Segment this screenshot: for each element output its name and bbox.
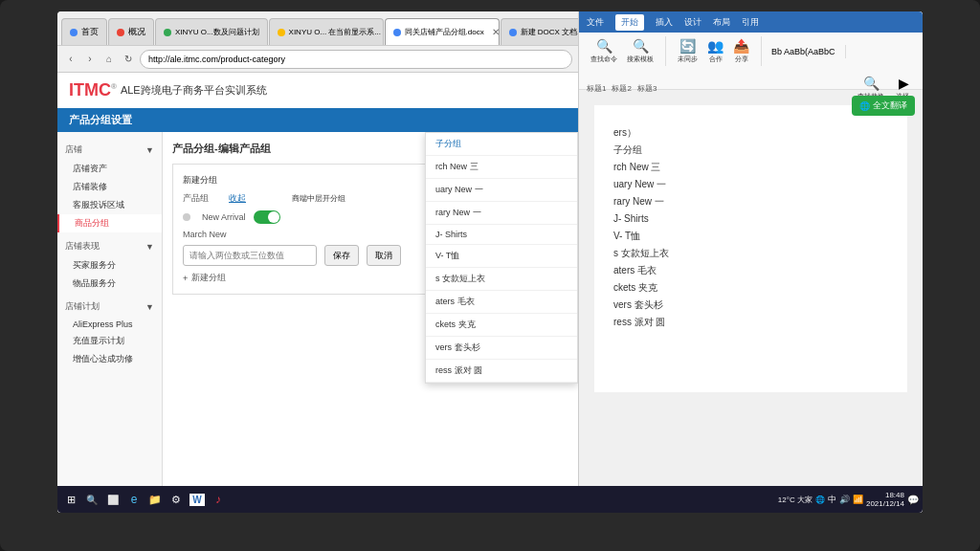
tab-close-icon[interactable]: ✕ <box>492 27 500 37</box>
explorer-btn[interactable]: 📁 <box>145 490 165 509</box>
word-line-1: 子分组 <box>613 142 888 159</box>
search-template-btn[interactable]: 🔍 搜索模板 <box>623 36 657 66</box>
winamp-btn[interactable]: ♪ <box>209 490 228 509</box>
tab-home[interactable]: 首页 <box>61 18 107 45</box>
address-input[interactable] <box>140 50 572 69</box>
sidebar-item-complaints[interactable]: 客服投诉区域 <box>57 196 162 214</box>
word-tab-layout[interactable]: 布局 <box>713 16 730 29</box>
word-tab-insert[interactable]: 插入 <box>656 16 673 29</box>
search-taskbar-btn[interactable]: 🔍 <box>82 490 101 509</box>
notification-btn[interactable]: 💬 <box>907 495 919 505</box>
cancel-button[interactable]: 取消 <box>367 245 401 266</box>
sidebar-section-plan: 店铺计划 ▼ AliExpress Plus 充值显示计划 <box>57 297 162 368</box>
taskbar-lang[interactable]: 中 <box>828 494 836 506</box>
word-taskbar-btn[interactable]: W <box>188 490 207 509</box>
heading2-label: 标题2 <box>612 83 631 94</box>
word-line-10: vers 套头杉 <box>613 297 888 314</box>
forward-btn[interactable]: › <box>82 52 98 67</box>
select-icon: ▶ <box>899 76 909 91</box>
sync-btn[interactable]: 🔄 未同步 <box>674 36 702 66</box>
heading3-label: 标题3 <box>637 83 657 94</box>
tab-xinyu1[interactable]: XINYU O...数及问题计划 <box>155 18 268 45</box>
page-wrapper: ITMC® ALE跨境电子商务平台实训系统 产品分组设置 <box>57 73 578 513</box>
settings-btn[interactable]: ⚙ <box>167 490 186 509</box>
word-line-0: ers） <box>613 124 888 142</box>
find-replace-icon: 🔍 <box>863 76 880 91</box>
dropdown-item-0[interactable]: 子分组 <box>426 133 577 156</box>
sidebar-item-assets[interactable]: 店铺资产 <box>57 160 162 178</box>
taskbar-right: 12°C 大家 🌐 中 🔊 📶 18:48 2021/12/14 💬 <box>778 491 919 508</box>
word-line-9: ckets 夹克 <box>613 279 888 297</box>
word-tab-file[interactable]: 文件 <box>587 16 604 29</box>
word-tab-ref[interactable]: 引用 <box>742 16 759 29</box>
taskbar-clock[interactable]: 18:48 2021/12/14 <box>866 491 904 508</box>
sidebar-section-plan-header: 店铺计划 ▼ <box>57 297 162 317</box>
dropdown-item-2[interactable]: uary New 一 <box>426 179 577 202</box>
dropdown-item-5[interactable]: V- T恤 <box>426 245 577 268</box>
word-tab-design[interactable]: 设计 <box>684 16 702 29</box>
sidebar-section-shop-header: 店铺 ▼ <box>57 140 162 160</box>
dropdown-item-8[interactable]: ckets 夹克 <box>426 314 577 337</box>
sidebar-item-value-plan[interactable]: 增值心达成功修 <box>57 350 162 368</box>
taskbar-volume[interactable]: 🔊 <box>839 495 850 504</box>
share-btn[interactable]: 📤 分享 <box>729 36 753 66</box>
tab-overview[interactable]: 概况 <box>108 18 154 45</box>
find-command-btn[interactable]: 🔍 查找命令 <box>587 36 621 66</box>
back-btn[interactable]: ‹ <box>63 52 78 67</box>
main-content: 产品分组-编辑产品组 新建分组 产品组 收起 商端中层开分组 <box>163 132 578 513</box>
product-group-collapse[interactable]: 收起 <box>229 192 246 205</box>
dropdown-item-7[interactable]: aters 毛衣 <box>426 291 577 314</box>
word-line-6: V- T恤 <box>613 228 888 245</box>
laptop-frame: 首页 概况 XINYU O...数及问题计划 XINYU O... 在当前显示系… <box>0 0 980 551</box>
collab-icon: 👥 <box>707 38 724 54</box>
sync-icon: 🔄 <box>679 38 696 54</box>
word-line-5: J- Shirts <box>613 210 888 228</box>
sidebar-item-product-groups[interactable]: 商品分组 <box>57 214 162 232</box>
march-new-label: March New <box>183 230 227 239</box>
dropdown-item-9[interactable]: vers 套头杉 <box>426 337 577 360</box>
word-tab-home[interactable]: 开始 <box>615 14 644 31</box>
tab-xinyu2[interactable]: XINYU O... 在当前显示系... <box>269 18 384 45</box>
share-icon: 📤 <box>733 38 749 54</box>
refresh-btn[interactable]: ↻ <box>121 52 136 67</box>
taskbar-keyboard-icon: 🌐 <box>815 496 825 504</box>
itmc-logo: ITMC® <box>69 80 117 100</box>
sidebar-item-product-score[interactable]: 物品服务分 <box>57 275 162 293</box>
new-arrival-toggle[interactable] <box>254 210 280 224</box>
dropdown-item-10[interactable]: ress 派对 圆 <box>426 360 577 383</box>
dropdown-item-1[interactable]: rch New 三 <box>426 156 577 179</box>
dropdown-item-4[interactable]: J- Shirts <box>426 225 577 245</box>
taskbar-network[interactable]: 📶 <box>853 495 863 504</box>
start-button[interactable]: ⊞ <box>61 490 80 509</box>
translate-btn[interactable]: 🌐 全文翻译 <box>852 96 915 116</box>
sidebar-item-aliexpress-plus[interactable]: AliExpress Plus <box>57 317 162 332</box>
dropdown-item-3[interactable]: rary New 一 <box>426 202 577 225</box>
screen-bezel: 首页 概况 XINYU O...数及问题计划 XINYU O... 在当前显示系… <box>57 11 923 513</box>
word-toolbar-find-group: 🔍 查找命令 🔍 搜索模板 <box>587 36 666 66</box>
task-view-icon: ⬜ <box>107 495 119 505</box>
home-btn[interactable]: ⌂ <box>101 52 117 67</box>
sidebar-item-buyer-score[interactable]: 买家服务分 <box>57 256 162 275</box>
save-button[interactable]: 保存 <box>324 245 359 266</box>
edge-btn[interactable]: e <box>124 490 144 509</box>
dropdown-item-6[interactable]: s 女款短上衣 <box>426 268 577 291</box>
explorer-icon: 📁 <box>148 494 162 506</box>
word-line-4: rary New 一 <box>613 193 888 210</box>
collab-btn[interactable]: 👥 合作 <box>703 36 727 66</box>
main-layout: 店铺 ▼ 店铺资产 店铺装修 客服投诉区域 <box>57 132 578 513</box>
task-view-btn[interactable]: ⬜ <box>103 490 122 509</box>
word-line-2: rch New 三 <box>613 159 888 176</box>
word-taskbar-icon: W <box>189 494 204 506</box>
word-line-3: uary New 一 <box>613 176 888 193</box>
itmc-subtitle: ALE跨境电子商务平台实训系统 <box>121 83 267 98</box>
category-input[interactable] <box>183 245 317 266</box>
word-ribbon: 文件 开始 插入 设计 布局 引用 <box>579 11 923 33</box>
page-header-bar: 产品分组设置 <box>57 108 578 132</box>
browser-content: ‹ › ⌂ ↻ ITMC® ALE跨境电子商务平台实训系统 <box>57 46 578 513</box>
tab-product-doc[interactable]: 同关店铺产品分组.docx ✕ <box>385 18 500 45</box>
sidebar-item-decoration[interactable]: 店铺装修 <box>57 178 162 196</box>
word-line-11: ress 派对 圆 <box>613 314 888 331</box>
search-template-icon: 🔍 <box>633 38 649 54</box>
itmc-header: ITMC® ALE跨境电子商务平台实训系统 <box>57 73 578 108</box>
sidebar-item-recharge-plan[interactable]: 充值显示计划 <box>57 332 162 350</box>
